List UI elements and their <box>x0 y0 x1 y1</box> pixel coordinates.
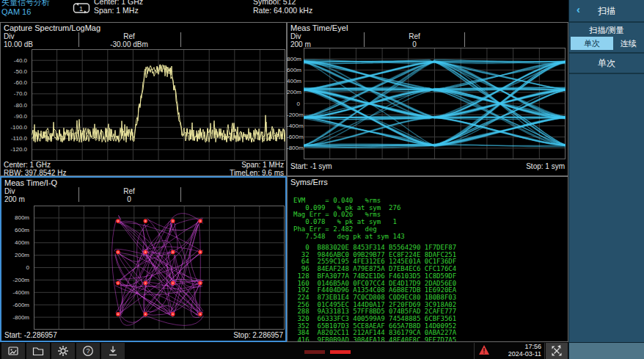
footer-stop: Stop: 1 sym <box>526 162 565 170</box>
settings-button[interactable] <box>51 343 75 359</box>
toggle-continuous-option[interactable]: 连续 <box>613 37 643 50</box>
y-tick-label: -800m <box>287 145 302 151</box>
ref-setting: Ref -30.00 dBm <box>78 32 180 48</box>
evm-results: EVM = 0.040 %rms 0.099 % pk at sym 276 M… <box>293 197 405 240</box>
help-button[interactable]: ? <box>76 343 100 359</box>
pane-title: Meas Time/I-Q <box>4 178 57 187</box>
pane-title: Meas Time/EyeI <box>290 23 348 32</box>
pane-syms-errs[interactable]: Syms/Errs EVM = 0.040 %rms 0.099 % pk at… <box>287 176 568 342</box>
divider <box>474 343 475 359</box>
y-tick-label: -400m <box>287 123 302 129</box>
time-value: 17:56 <box>496 343 541 350</box>
single-sweep-button[interactable]: 单次 <box>569 56 644 70</box>
sweep-mode-toggle: 单次 连续 <box>571 37 643 50</box>
fullscreen-expand-button[interactable] <box>546 343 568 359</box>
spectrum-footer: Center: 1 GHz Span: 1 MHz RBW: 397.8542 … <box>4 161 284 177</box>
freq-settings: Center: 1 GHz Span: 1 MHz <box>94 0 143 15</box>
y-tick-label: 200m <box>1 252 32 258</box>
header-divider <box>180 187 181 202</box>
file-browser-button[interactable] <box>26 343 50 359</box>
iq-footer: Start: -2.286957 Stop: 2.286957 <box>4 331 283 339</box>
y-tick-label: 800m <box>1 214 32 221</box>
settings-gear-icon <box>57 345 69 357</box>
y-tick-label: -200m <box>1 277 32 283</box>
y-tick-label: 600m <box>1 227 32 233</box>
toggle-single-option[interactable]: 单次 <box>571 37 613 50</box>
ref-setting: Ref 0 <box>363 32 466 48</box>
footer-span: Span: 1 MHz <box>241 161 284 169</box>
y-tick-label: -60.0 <box>1 79 29 86</box>
constellation-plot <box>34 206 285 330</box>
symbol-hex-table: 0 B883020E 8453F314 B5564290 1F7DEF87 32… <box>293 244 456 342</box>
divider <box>569 52 644 54</box>
y-tick-label: 400m <box>287 78 302 84</box>
header-divider <box>78 32 79 47</box>
help-icon: ? <box>82 345 94 357</box>
footer-start: Start: -1 sym <box>290 162 332 170</box>
download-icon <box>107 345 119 357</box>
sidebar-header: ‹ 扫描 <box>569 0 644 21</box>
app-title: 矢量信号分析 <box>1 0 50 7</box>
modulation-label: QAM 16 <box>1 7 50 17</box>
y-tick-label: -120.0 <box>1 146 29 153</box>
screenshot-button[interactable] <box>1 343 25 359</box>
span-frequency: Span: 1 MHz <box>94 6 143 15</box>
bottom-toolbar: ? 17:56 2024-03-11 <box>0 342 568 359</box>
pane-eye-diagram[interactable]: Meas Time/EyeI Div 200 m Ref 0 Start: -1… <box>287 22 568 176</box>
header-divider <box>464 32 465 47</box>
warning-alert-button[interactable] <box>478 344 490 358</box>
divider <box>569 21 644 23</box>
save-export-button[interactable] <box>101 343 125 359</box>
sweep-measure-label: 扫描/测量 <box>569 25 644 36</box>
y-tick-label: 0 <box>1 264 32 271</box>
y-tick-label: -200m <box>287 112 302 118</box>
status-indicator-bar-dim <box>304 350 325 354</box>
y-tick-label: 400m <box>1 239 32 246</box>
eye-plot <box>304 48 566 159</box>
symbol-rate: Rate: 64.000 kHz <box>253 6 312 15</box>
footer-stop: Stop: 2.286957 <box>233 331 283 339</box>
y-tick-label: -70.0 <box>1 90 29 97</box>
divider <box>544 343 545 359</box>
pane-capture-spectrum[interactable]: Capture Spectrum/LogMag Div 10.00 dB Ref… <box>0 22 287 176</box>
expand-arrows-icon <box>551 345 563 357</box>
warning-icon <box>478 344 490 355</box>
y-tick-label: 200m <box>287 89 302 95</box>
folder-icon <box>32 345 44 357</box>
symbol-count: Symbol: 512 <box>253 0 312 6</box>
y-tick-label: 0 <box>287 101 302 107</box>
pane-iq-constellation[interactable]: Meas Time/I-Q Div 200 m Ref 0 Start: -2.… <box>0 176 287 342</box>
div-setting: Div 10.00 dB <box>4 32 33 48</box>
clock-display: 17:56 2024-03-11 <box>496 343 541 358</box>
y-tick-label: 600m <box>287 67 302 73</box>
sidebar-bottom-strip <box>569 342 644 359</box>
ref-setting: Ref 0 <box>78 187 180 203</box>
y-tick-label: -80.0 <box>1 102 29 109</box>
header-divider <box>180 32 181 47</box>
y-tick-label: -600m <box>287 134 302 140</box>
y-tick-label: -50.0 <box>1 68 29 75</box>
symbol-settings: Symbol: 512 Rate: 64.000 kHz <box>253 0 312 15</box>
screenshot-icon <box>7 345 19 357</box>
single-acquisition-loop-icon[interactable]: 1 <box>73 2 91 15</box>
header-divider <box>364 32 365 47</box>
status-indicator-bar-bright <box>330 350 351 354</box>
pane-title: Syms/Errs <box>290 178 328 186</box>
vsa-screen: 矢量信号分析 QAM 16 1 Center: 1 GHz Span: 1 MH… <box>0 0 644 359</box>
header-divider <box>78 187 79 202</box>
app-brand: 矢量信号分析 QAM 16 <box>1 0 50 17</box>
footer-start: Start: -2.286957 <box>4 331 57 339</box>
date-value: 2024-03-11 <box>496 350 541 358</box>
sidebar-title: 扫描 <box>569 5 644 18</box>
y-tick-label: -110.0 <box>1 135 29 142</box>
y-tick-label: -800m <box>1 314 32 321</box>
center-frequency: Center: 1 GHz <box>94 0 143 6</box>
y-tick-label: -40.0 <box>1 57 29 64</box>
svg-text:1: 1 <box>79 5 83 12</box>
spectrum-plot <box>32 49 285 161</box>
sidebar-sweep-menu: ‹ 扫描 扫描/测量 单次 连续 单次 <box>568 0 644 359</box>
y-tick-label: -100.0 <box>1 124 29 131</box>
pane-title: Capture Spectrum/LogMag <box>4 23 100 32</box>
y-tick-label: -600m <box>1 302 32 308</box>
divider <box>569 73 644 74</box>
